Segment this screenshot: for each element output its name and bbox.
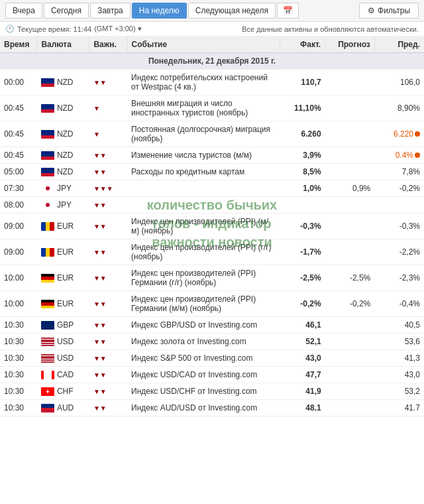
cell-time: 09:00 [0, 239, 37, 265]
cell-time: 10:30 [0, 367, 37, 383]
cell-time: 10:30 [0, 317, 37, 334]
filter-icon: ⚙ [368, 6, 375, 15]
cell-event [127, 197, 280, 214]
timezone[interactable]: (GMT +3:00) ▾ [94, 25, 142, 33]
importance-indicator: ▼▼ [93, 355, 107, 362]
cell-prev: -0,3% [374, 214, 424, 239]
cell-importance: ▼ [89, 121, 127, 147]
table-header-row: Время Валюта Важн. Событие Факт. Прогноз… [0, 36, 424, 53]
cell-event: Внешняя миграция и число иностранных тур… [127, 95, 280, 121]
cell-event [127, 180, 280, 197]
currency-label: EUR [57, 299, 74, 308]
nav-next-week[interactable]: Следующая неделя [188, 3, 276, 19]
cell-fact: 48.1 [280, 400, 325, 416]
cell-forecast [325, 317, 375, 334]
cell-forecast [325, 334, 375, 350]
cell-importance: ▼▼ [89, 239, 127, 265]
cell-time: 08:00 [0, 197, 37, 214]
usd-flag [41, 338, 54, 346]
currency-label: EUR [57, 273, 74, 283]
aud-flag [41, 404, 54, 412]
cell-time: 00:45 [0, 121, 37, 147]
importance-indicator: ▼▼ [93, 168, 107, 176]
nzd-flag [41, 78, 54, 87]
cell-event: Индекс USD/CAD от Investing.com [127, 367, 280, 383]
table-row: 10:00EUR▼▼Индекс цен производителей (PPI… [0, 265, 424, 291]
calendar-button[interactable]: 📅 [277, 3, 299, 19]
cell-event: Индекс цен производителей (PPI) Германии… [127, 291, 280, 317]
cell-event: Индекс золота от Investing.com [127, 334, 280, 350]
cell-importance: ▼▼ [89, 350, 127, 367]
currency-label: EUR [57, 221, 74, 231]
status-bar: 🕐 Текущее время: 11:44 (GMT +3:00) ▾ Все… [0, 22, 424, 36]
table-row: 10:30USD▼▼Индекс S&P 500 от Investing.co… [0, 350, 424, 367]
cell-time: 10:30 [0, 383, 37, 400]
currency-label: NZD [57, 78, 74, 87]
cell-fact: 6.260 [280, 121, 325, 147]
cell-currency: USD [37, 350, 89, 367]
orange-dot [415, 153, 420, 158]
cell-time: 09:00 [0, 214, 37, 239]
importance-indicator: ▼▼ [93, 202, 107, 209]
cell-prev: 41.7 [374, 400, 424, 416]
nav-tomorrow[interactable]: Завтра [90, 3, 131, 19]
cell-currency: NZD [37, 147, 89, 164]
header-event: Событие [127, 36, 280, 53]
currency-label: GBP [57, 320, 74, 330]
currency-label: USD [57, 353, 74, 363]
currency-label: JPY [57, 184, 72, 193]
nav-today[interactable]: Сегодня [44, 3, 89, 19]
importance-indicator: ▼▼ [93, 249, 107, 256]
cell-event: Индекс GBP/USD от Investing.com [127, 317, 280, 334]
currency-label: NZD [57, 167, 74, 176]
cell-event: Индекс S&P 500 от Investing.com [127, 350, 280, 367]
nzd-flag [41, 151, 54, 160]
table-row: 00:45NZD▼▼Изменение числа туристов (м/м)… [0, 147, 424, 164]
cell-fact: -1,7% [280, 239, 325, 265]
cell-time: 10:00 [0, 291, 37, 317]
cell-prev: -0,2% [374, 180, 424, 197]
nav-week[interactable]: На неделю [132, 3, 187, 19]
table-row: 10:30CHF▼▼Индекс USD/CHF от Investing.co… [0, 383, 424, 400]
cell-fact: -2,5% [280, 265, 325, 291]
cell-fact: 43,0 [280, 350, 325, 367]
importance-indicator: ▼▼ [93, 152, 107, 159]
cell-time: 00:00 [0, 70, 37, 95]
cell-time: 10:30 [0, 334, 37, 350]
table-row: 08:00JPY▼▼ [0, 197, 424, 214]
cell-event: Расходы по кредитным картам [127, 164, 280, 180]
cell-fact: 46,1 [280, 317, 325, 334]
date-separator: Понедельник, 21 декабря 2015 г. [0, 53, 424, 70]
clock-icon: 🕐 [5, 25, 15, 33]
table-body: Понедельник, 21 декабря 2015 г. 00:00NZD… [0, 53, 424, 416]
importance-indicator: ▼▼ [93, 338, 107, 346]
gbp-flag [41, 321, 54, 330]
currency-label: CAD [57, 370, 74, 379]
header-forecast: Прогноз [325, 36, 375, 53]
cell-forecast [325, 147, 375, 164]
cell-fact: -0,2% [280, 291, 325, 317]
cell-fact [280, 197, 325, 214]
cell-importance: ▼▼ [89, 383, 127, 400]
cell-currency: NZD [37, 121, 89, 147]
jpy-flag [41, 201, 54, 210]
cell-prev: 7,8% [374, 164, 424, 180]
cell-event: Индекс цен производителей (PPI) (г/г) (н… [127, 239, 280, 265]
cell-time: 10:00 [0, 265, 37, 291]
filters-button[interactable]: ⚙ Фильтры [359, 3, 419, 19]
cell-importance: ▼▼ [89, 367, 127, 383]
cell-forecast: 0,9% [325, 180, 375, 197]
table-row: 05:00NZD▼▼Расходы по кредитным картам8,5… [0, 164, 424, 180]
cell-event: Индекс цен производителей (PPI) Германии… [127, 265, 280, 291]
cell-prev: 53,6 [374, 334, 424, 350]
cell-time: 07:30 [0, 180, 37, 197]
cell-fact: 11,10% [280, 95, 325, 121]
nav-yesterday[interactable]: Вчера [5, 3, 42, 19]
cell-time: 00:45 [0, 147, 37, 164]
cell-forecast [325, 70, 375, 95]
importance-indicator: ▼▼ [93, 223, 107, 230]
nzd-flag [41, 104, 54, 113]
importance-indicator: ▼▼ [93, 275, 107, 282]
cell-prev: 0.4% [374, 147, 424, 164]
cell-importance: ▼▼ [89, 334, 127, 350]
